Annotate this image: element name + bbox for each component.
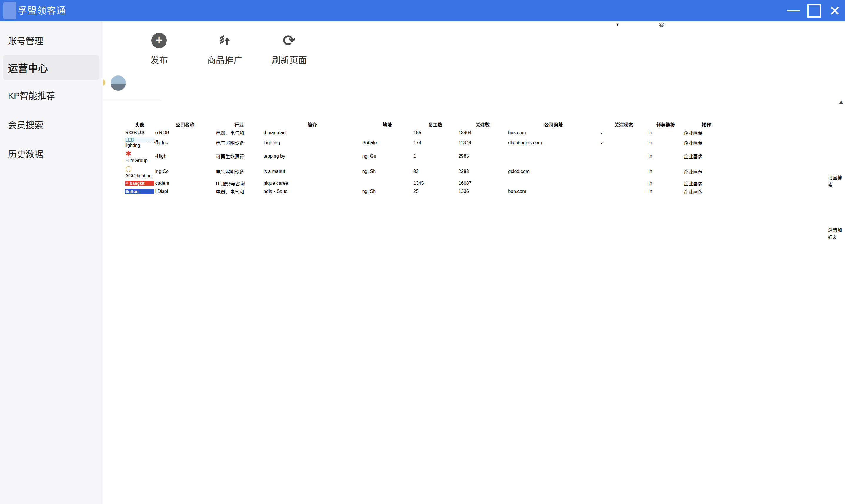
- website-cell: [508, 179, 599, 187]
- website-cell: gcled.com: [508, 164, 599, 179]
- sidebar-item-label: KP智能推荐: [8, 88, 55, 101]
- followers-cell: 16087: [458, 179, 507, 187]
- employees-cell: 25: [413, 188, 458, 195]
- sidebar-item-active[interactable]: 运营中心: [3, 55, 99, 80]
- followers-cell: 13404: [458, 129, 507, 137]
- minimize-button[interactable]: [783, 0, 804, 21]
- action-cell: 企业画像: [683, 179, 730, 187]
- company-size-select[interactable]: 选择规模 ∨: [0, 49, 730, 56]
- linkedin-link-cell: in: [648, 179, 683, 187]
- follow-status-checkbox[interactable]: ✓: [600, 130, 604, 136]
- logo-cell: ✳ bangkit: [125, 179, 154, 187]
- industry-cell: 可再生能源行: [215, 149, 262, 164]
- batch-search-tab[interactable]: 批量搜索: [828, 174, 842, 223]
- company-name-cell: l Displ: [155, 188, 215, 195]
- company-name-cell: -High: [155, 149, 215, 164]
- titlebar: 孚盟领客通 ✕: [0, 0, 845, 21]
- logo-cell: ✱EliteGroup: [125, 149, 154, 164]
- maximize-button[interactable]: [804, 0, 824, 21]
- column-header: 头像: [125, 121, 154, 128]
- sidebar-item-link[interactable]: 历史数据: [0, 139, 103, 168]
- logo-cell: EnBon: [125, 188, 154, 195]
- table-row: 2ledLEDlighting ng Inc电气照明设备 Lighting Bu…: [1, 137, 730, 148]
- intro-cell: is a manuf: [263, 164, 361, 179]
- sidebar-item-label: 运营中心: [8, 60, 48, 75]
- linkedin-link-cell: in: [648, 129, 683, 137]
- followers-cell: 11378: [458, 137, 507, 148]
- employees-cell: 185: [413, 129, 458, 137]
- scroll-up-icon[interactable]: ▲: [838, 98, 844, 106]
- website-link[interactable]: dlightinginc.com: [508, 140, 542, 145]
- address-cell: [362, 179, 413, 187]
- industry-cell: 电器、电气和: [215, 129, 262, 137]
- company-name-cell: ng Inc: [155, 137, 215, 148]
- search-tool-panel: 公司搜索人脉搜索会员定位动态搜索 国家： 选择国家 ∨ 公司规模： 选择规模 ∨…: [0, 0, 730, 196]
- employees-cell: 174: [413, 137, 458, 148]
- follow-status-checkbox[interactable]: ✓: [600, 140, 604, 145]
- company-name-cell: ing Co: [155, 164, 215, 179]
- intro-cell: d manufact: [263, 129, 361, 137]
- company-logo: LED: [125, 138, 154, 143]
- employees-cell: 1345: [413, 179, 458, 187]
- maximize-icon: [807, 4, 821, 18]
- sidebar-item-link[interactable]: 账号管理: [0, 25, 103, 55]
- employees-cell: 83: [413, 164, 458, 179]
- address-cell: [362, 129, 413, 137]
- website-link[interactable]: bus.com: [508, 130, 526, 135]
- website-link[interactable]: gcled.com: [508, 169, 530, 174]
- follow-status-cell: [600, 164, 648, 179]
- close-button[interactable]: ✕: [824, 0, 845, 21]
- logo-cell: ROBUS: [125, 129, 154, 137]
- company-logo: ✱: [125, 149, 154, 158]
- linkedin-link-icon[interactable]: in: [649, 181, 652, 186]
- industry-cell: 电气照明设备: [215, 137, 262, 148]
- column-header: 地址: [362, 121, 413, 128]
- address-cell: ng, Sh: [362, 188, 413, 195]
- website-link[interactable]: bon.com: [508, 189, 526, 194]
- company-profile-button[interactable]: 企业画像: [684, 154, 702, 159]
- company-profile-button[interactable]: 企业画像: [684, 141, 702, 146]
- company-profile-button[interactable]: 企业画像: [684, 190, 702, 194]
- sidebar-item-label: 历史数据: [8, 147, 43, 160]
- sidebar-item-link[interactable]: 会员搜索: [0, 110, 103, 139]
- table-row: 6ledEnBon l Displ电器、电气和 ndia • Sauc ng, …: [1, 188, 730, 195]
- column-header: 员工数: [413, 121, 458, 128]
- column-header: 领英链接: [648, 121, 683, 128]
- website-cell: dlightinginc.com: [508, 137, 599, 148]
- follow-status-cell: [600, 179, 648, 187]
- action-cell: 企业画像: [683, 164, 730, 179]
- company-logo: ⬡: [125, 164, 154, 173]
- followers-cell: 1336: [458, 188, 507, 195]
- sidebar-nav: 账号管理运营中心KP智能推荐会员搜索历史数据: [0, 21, 103, 504]
- industry-cell: 电器、电气和: [215, 188, 262, 195]
- industry-cell: 电气照明设备: [215, 164, 262, 179]
- results-table: 序号关键词头像公司名称行业简介地址员工数关注数公司网址关注状态领英链接操作1▸l…: [0, 120, 730, 196]
- linkedin-link-icon[interactable]: in: [649, 169, 652, 174]
- linkedin-link-icon[interactable]: in: [649, 130, 652, 135]
- company-profile-button[interactable]: 企业画像: [684, 169, 702, 175]
- company-logo-sub: EliteGroup: [125, 158, 154, 163]
- invite-friends-tab[interactable]: 邀请加好友: [828, 226, 842, 285]
- employees-cell: 1: [413, 149, 458, 164]
- company-profile-button[interactable]: 企业画像: [684, 181, 702, 186]
- sidebar-item-label: 账号管理: [8, 34, 43, 47]
- results-total: 结果总数：7: [0, 113, 730, 120]
- panel-tab-动态搜索[interactable]: 动态搜索: [0, 21, 730, 28]
- logo-cell: LEDlighting: [125, 137, 154, 148]
- linkedin-link-icon[interactable]: in: [649, 154, 652, 159]
- minimize-icon: [787, 10, 800, 12]
- address-cell: ng, Gu: [362, 149, 413, 164]
- close-icon: ✕: [829, 4, 841, 18]
- website-cell: bon.com: [508, 188, 599, 195]
- intro-cell: ndia • Sauc: [263, 188, 361, 195]
- linkedin-link-icon[interactable]: in: [649, 189, 652, 194]
- sidebar-item-link[interactable]: KP智能推荐: [0, 80, 103, 110]
- linkedin-link-icon[interactable]: in: [649, 140, 652, 145]
- follow-status-cell: [600, 149, 648, 164]
- industry-cell: IT 服务与咨询: [215, 179, 262, 187]
- follow-status-cell: ✓: [600, 137, 648, 148]
- column-header: 操作: [683, 121, 730, 128]
- country-select[interactable]: 选择国家 ∨: [0, 35, 730, 42]
- company-profile-button[interactable]: 企业画像: [684, 131, 702, 136]
- intro-cell: tepping by: [263, 149, 361, 164]
